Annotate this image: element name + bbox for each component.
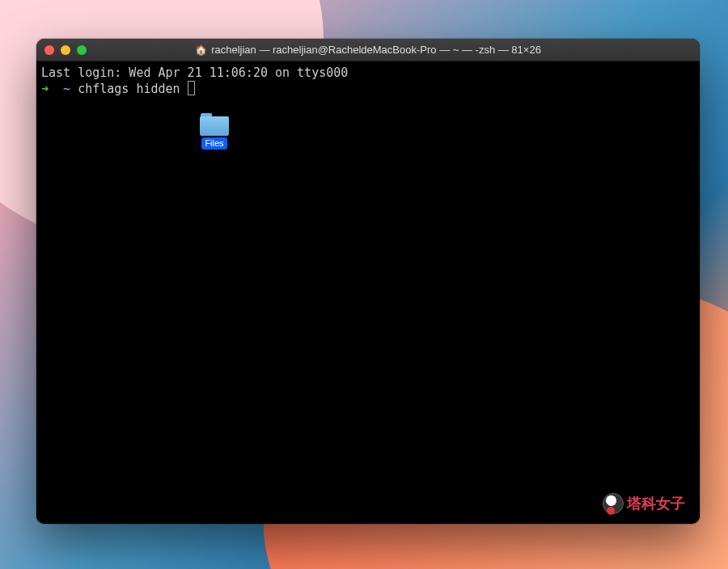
dragged-folder[interactable]: Files [200, 113, 229, 150]
folder-label: Files [201, 137, 226, 150]
close-button[interactable] [44, 45, 54, 55]
titlebar[interactable]: 🏠 racheljian — racheljian@RacheldeMacBoo… [36, 39, 700, 61]
folder-icon [200, 113, 229, 136]
watermark-text: 塔科女子 [627, 494, 685, 513]
terminal-window: 🏠 racheljian — racheljian@RacheldeMacBoo… [36, 39, 700, 524]
maximize-button[interactable] [77, 45, 87, 55]
window-title: 🏠 racheljian — racheljian@RacheldeMacBoo… [36, 44, 700, 56]
command-text: chflags hidden [78, 82, 187, 96]
window-title-text: racheljian — racheljian@RacheldeMacBook-… [211, 44, 541, 56]
last-login-line: Last login: Wed Apr 21 11:06:20 on ttys0… [41, 65, 695, 81]
traffic-lights [36, 45, 87, 55]
minimize-button[interactable] [61, 45, 70, 55]
prompt-arrow: ➜ [41, 82, 49, 96]
prompt-cwd: ~ [63, 82, 70, 96]
watermark: 塔科女子 [603, 493, 685, 514]
terminal-body[interactable]: Last login: Wed Apr 21 11:06:20 on ttys0… [36, 61, 700, 524]
home-icon: 🏠 [195, 44, 207, 56]
prompt-line: ➜ ~ chflags hidden [41, 81, 695, 97]
watermark-icon [603, 493, 624, 514]
cursor [188, 81, 195, 95]
